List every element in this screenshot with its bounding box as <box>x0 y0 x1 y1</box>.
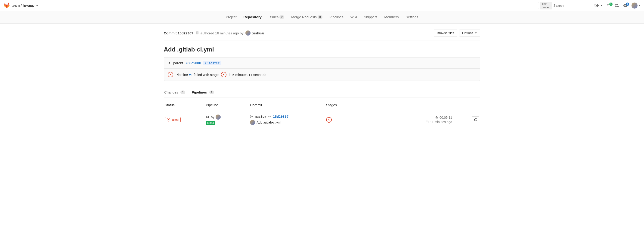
nav-snippets[interactable]: Snippets <box>364 11 378 23</box>
commit-info-box: parent 788c500b master Pipeline #1 faile… <box>164 57 480 81</box>
author-name[interactable]: xishuai <box>252 31 264 35</box>
nav-repository[interactable]: Repository <box>243 11 262 23</box>
chevron-down-icon[interactable]: ▼ <box>36 4 38 7</box>
svg-point-6 <box>615 6 616 7</box>
merge-requests-nav-icon[interactable] <box>615 3 619 8</box>
tab-pipelines[interactable]: Pipelines 1 <box>191 88 215 97</box>
pipeline-duration: 00:05:11 <box>440 116 452 119</box>
commit-tabs: Changes 1 Pipelines 1 <box>164 88 480 98</box>
search-input[interactable] <box>553 4 594 7</box>
top-header: team / hwapp ▼ This project ▼ # 1 1 ▼ <box>0 0 644 11</box>
todos-badge: 1 <box>626 2 629 6</box>
commit-graph-icon <box>268 115 271 118</box>
pipelines-table: Status Pipeline Commit Stages failed #1 … <box>164 100 480 129</box>
pipeline-link[interactable]: #1 <box>189 73 193 77</box>
svg-rect-3 <box>596 5 599 5</box>
svg-point-19 <box>252 116 252 117</box>
chevron-down-icon: ▼ <box>475 32 477 34</box>
new-menu-button[interactable]: ▼ <box>596 3 602 8</box>
breadcrumb-project[interactable]: hwapp <box>23 3 34 8</box>
nav-project[interactable]: Project <box>225 11 237 23</box>
user-menu[interactable]: ▼ <box>632 2 640 8</box>
commit-header: Commit 15d29307 authored 16 minutes ago … <box>164 27 480 40</box>
timer-icon <box>435 116 438 119</box>
pipeline-author-avatar[interactable] <box>216 115 221 120</box>
search-box[interactable]: This project <box>538 2 591 9</box>
nav-wiki[interactable]: Wiki <box>350 11 358 23</box>
copy-sha-icon[interactable] <box>195 31 199 35</box>
svg-text:#: # <box>606 3 609 8</box>
col-pipeline: Pipeline <box>205 100 249 110</box>
chevron-down-icon: ▼ <box>638 4 640 7</box>
pipeline-status-row: Pipeline #1 failed with stage in 5 minut… <box>164 68 480 81</box>
svg-rect-26 <box>426 121 428 123</box>
breadcrumb[interactable]: team / hwapp ▼ <box>12 3 38 8</box>
nav-merge-requests[interactable]: Merge Requests 0 <box>291 11 323 23</box>
gitlab-logo-icon[interactable] <box>4 2 10 8</box>
svg-point-17 <box>250 115 251 116</box>
col-stages: Stages <box>325 100 382 110</box>
nav-issues[interactable]: Issues 2 <box>268 11 285 23</box>
commit-message[interactable]: Add .gitlab-ci.yml <box>256 121 281 124</box>
options-button[interactable]: Options ▼ <box>459 29 480 36</box>
parent-row: parent 788c500b master <box>164 57 480 68</box>
svg-point-18 <box>250 117 251 118</box>
latest-badge: latest <box>206 121 215 125</box>
status-badge[interactable]: failed <box>165 117 181 123</box>
nav-settings[interactable]: Settings <box>405 11 419 23</box>
search-scope-badge[interactable]: This project <box>540 1 552 9</box>
commit-graph-icon <box>168 61 171 65</box>
calendar-icon <box>426 121 429 124</box>
svg-point-15 <box>206 64 206 64</box>
nav-pipelines[interactable]: Pipelines <box>329 11 344 23</box>
svg-point-7 <box>618 6 618 7</box>
svg-point-5 <box>615 4 616 5</box>
commit-title: Add .gitlab-ci.yml <box>164 46 480 53</box>
commit-sha-link[interactable]: 15d29307 <box>273 115 288 119</box>
failed-status-icon <box>168 72 173 77</box>
failed-stage-icon[interactable] <box>221 72 226 77</box>
breadcrumb-group[interactable]: team <box>12 3 20 8</box>
branch-icon <box>250 115 253 118</box>
project-nav: Project Repository Issues 2 Merge Reques… <box>0 11 644 23</box>
svg-point-16 <box>207 63 208 63</box>
parent-sha-link[interactable]: 788c500b <box>186 61 201 65</box>
stage-failed-icon[interactable] <box>326 117 332 123</box>
svg-point-11 <box>169 62 170 64</box>
svg-rect-25 <box>436 116 437 117</box>
pipeline-number[interactable]: #1 <box>206 115 210 119</box>
retry-button[interactable] <box>472 116 479 123</box>
branch-tag[interactable]: master <box>203 61 222 65</box>
retry-icon <box>474 118 477 122</box>
avatar <box>632 2 638 8</box>
issues-badge: 1 <box>609 2 612 6</box>
issues-nav-icon[interactable]: # 1 <box>606 3 611 8</box>
svg-point-20 <box>269 116 270 117</box>
col-commit: Commit <box>249 100 325 110</box>
commit-branch[interactable]: master <box>255 115 266 119</box>
tab-changes[interactable]: Changes 1 <box>164 88 186 97</box>
table-row: failed #1 by latest <box>164 110 480 129</box>
chevron-down-icon: ▼ <box>600 4 602 7</box>
author-avatar[interactable] <box>246 30 250 36</box>
pipeline-finished: 11 minutes ago <box>430 120 452 124</box>
todos-nav-icon[interactable]: 1 <box>623 3 627 8</box>
svg-point-14 <box>206 62 206 63</box>
col-status: Status <box>164 100 205 110</box>
commit-author-avatar[interactable] <box>250 120 255 125</box>
nav-members[interactable]: Members <box>384 11 399 23</box>
browse-files-button[interactable]: Browse files <box>434 29 457 36</box>
